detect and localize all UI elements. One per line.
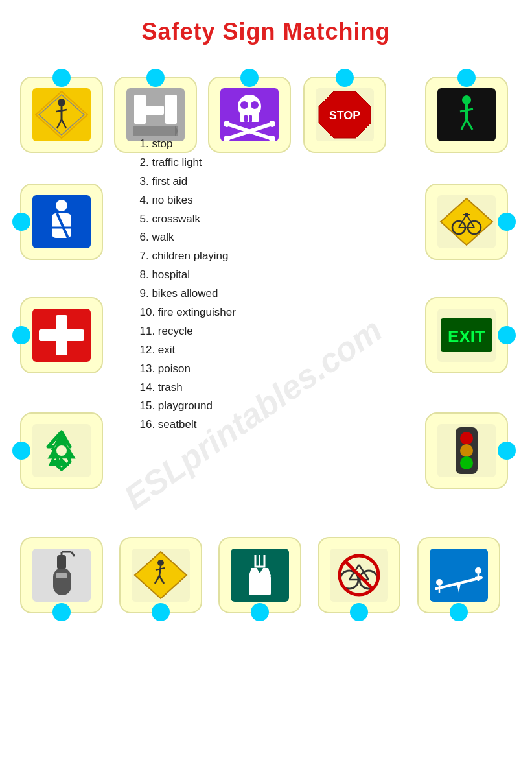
page-title: Safety Sign Matching: [0, 0, 532, 57]
svg-rect-81: [249, 576, 271, 595]
list-item: 9. bikes allowed: [140, 285, 321, 303]
svg-point-56: [465, 213, 468, 217]
list-item: 6. walk: [140, 228, 321, 247]
list-item: 3. first aid: [140, 172, 321, 191]
card-children-playing: [119, 537, 202, 613]
traffic-light-sign: [437, 424, 496, 477]
bikes-allowed-sign: [437, 195, 496, 248]
card-first-aid: [20, 297, 103, 373]
dot: [251, 603, 269, 621]
svg-point-46: [56, 445, 67, 456]
word-list: 1. stop 2. traffic light 3. first aid 4.…: [140, 135, 321, 434]
svg-rect-19: [244, 115, 248, 122]
card-crosswalk: [20, 77, 103, 153]
walk-sign: [437, 88, 496, 141]
svg-rect-67: [57, 555, 66, 569]
card-exit: EXIT: [425, 297, 508, 373]
svg-point-25: [269, 121, 275, 127]
svg-text:EXIT: EXIT: [448, 327, 485, 346]
svg-rect-43: [39, 329, 84, 341]
dot: [498, 326, 516, 344]
list-item: 12. exit: [140, 341, 321, 360]
list-item: 16. seatbelt: [140, 416, 321, 434]
list-item: 11. recycle: [140, 322, 321, 341]
crosswalk-sign: [32, 88, 91, 141]
svg-point-64: [460, 456, 473, 469]
playground-sign: [430, 549, 488, 602]
svg-point-62: [460, 432, 473, 445]
svg-rect-20: [249, 115, 252, 122]
svg-text:STOP: STOP: [329, 109, 360, 122]
hospital-sign: [126, 88, 185, 141]
svg-point-96: [436, 579, 443, 586]
svg-point-63: [460, 444, 473, 457]
dot: [12, 442, 30, 460]
list-item: 13. poison: [140, 360, 321, 379]
dot: [350, 603, 368, 621]
dot: [498, 213, 516, 231]
svg-rect-71: [56, 573, 67, 578]
list-item: 10. fire extinguisher: [140, 303, 321, 322]
card-traffic-light: [425, 412, 508, 489]
svg-point-31: [462, 95, 471, 104]
svg-point-23: [224, 121, 230, 127]
card-no-bikes: [318, 537, 400, 613]
card-seatbelt: [20, 184, 103, 260]
svg-rect-66: [53, 568, 71, 595]
dot: [12, 326, 30, 344]
list-item: 15. playground: [140, 397, 321, 416]
svg-rect-10: [134, 106, 164, 115]
list-item: 2. traffic light: [140, 154, 321, 172]
list-item: 4. no bikes: [140, 191, 321, 210]
first-aid-sign: [32, 309, 91, 362]
svg-point-17: [240, 101, 248, 109]
dot: [146, 69, 165, 87]
dot: [450, 603, 468, 621]
card-playground: [417, 537, 500, 613]
board: ESLprintables.com: [14, 57, 519, 693]
recycle-sign: [32, 424, 91, 477]
children-playing-sign: [132, 549, 190, 602]
svg-point-18: [251, 101, 259, 109]
list-item: 14. trash: [140, 379, 321, 397]
dot: [498, 442, 516, 460]
svg-rect-11: [165, 95, 177, 124]
dot: [12, 213, 30, 231]
dot: [52, 603, 71, 621]
no-bikes-sign: [330, 549, 388, 602]
card-trash: [218, 537, 301, 613]
list-item: 5. crosswalk: [140, 210, 321, 229]
fire-extinguisher-sign: [32, 549, 91, 602]
svg-point-75: [157, 560, 164, 566]
list-item: 8. hospital: [140, 266, 321, 285]
svg-point-99: [475, 567, 481, 574]
dot: [240, 69, 259, 87]
list-item: 1. stop: [140, 135, 321, 154]
svg-point-37: [56, 200, 67, 211]
dot: [457, 69, 476, 87]
dot: [336, 69, 354, 87]
dot: [152, 603, 170, 621]
poison-sign: [220, 88, 279, 141]
card-recycle: [20, 412, 103, 489]
svg-point-3: [58, 99, 65, 106]
stop-sign: STOP: [316, 88, 374, 141]
card-bikes-allowed: [425, 184, 508, 260]
card-fire-extinguisher: [20, 537, 103, 613]
dot: [52, 69, 71, 87]
exit-sign: EXIT: [437, 309, 496, 362]
seatbelt-sign: [32, 195, 91, 248]
svg-rect-93: [430, 549, 488, 602]
trash-sign: [231, 549, 289, 602]
card-walk: [425, 77, 508, 153]
list-item: 7. children playing: [140, 247, 321, 266]
